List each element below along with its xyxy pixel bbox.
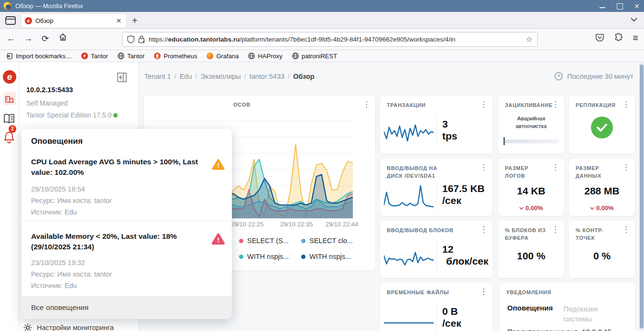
bookmark-haproxy[interactable]: HAProxy <box>248 53 282 60</box>
breadcrumb-tenant[interactable]: Tenant 1 <box>144 73 171 80</box>
card-title: УВЕДОМЛЕНИЯ <box>506 289 602 297</box>
kebab-menu-icon[interactable]: ⋮ <box>480 288 488 296</box>
x-tick: 29/10 22:44 <box>326 221 359 228</box>
instance-address: 10.0.2.15:5433 <box>26 86 73 94</box>
back-button[interactable]: ← <box>7 33 15 43</box>
sidebar-collapse-icon[interactable] <box>117 73 127 82</box>
buffer-hit-value: 100 % <box>498 250 564 262</box>
home-button[interactable] <box>58 32 67 42</box>
tab-active[interactable]: e Обзор ✕ <box>21 14 126 28</box>
time-range-selector[interactable]: Последние 30 минут <box>554 72 633 81</box>
data-size-delta: 0.00% <box>569 204 635 212</box>
kebab-menu-icon[interactable]: ⋮ <box>622 100 630 108</box>
card-wraparound: ЗАЦИКЛИВАНИЕ ⋮ Аварийная автоочистка <box>498 96 564 154</box>
legend-item[interactable]: SELECT clo... <box>301 237 353 245</box>
docs-book-icon[interactable] <box>3 113 16 127</box>
kebab-menu-icon[interactable]: ⋮ <box>551 225 559 234</box>
url-bar[interactable]: https://education.tantorlabs.ru/platform… <box>122 32 538 47</box>
minimize-button[interactable] <box>599 3 606 10</box>
alert-title: Available Memory < 20%, Last value: 18% … <box>31 231 203 252</box>
card-title: ВРЕМЕННЫЕ ФАЙЛЫ <box>387 289 463 297</box>
alert-resource: Ресурс: Имя хоста: tantor <box>31 270 112 278</box>
breadcrumb-workspace[interactable]: Edu <box>180 73 192 80</box>
temp-files-sparkline <box>384 310 434 331</box>
kebab-menu-icon[interactable]: ⋮ <box>480 100 488 108</box>
replication-ok-check-icon <box>591 117 613 139</box>
kebab-menu-icon[interactable]: ⋮ <box>480 163 488 171</box>
extensions-puzzle-icon[interactable] <box>614 33 623 42</box>
lock-icon[interactable] <box>138 35 145 43</box>
breadcrumb-current-page: Обзор <box>293 73 315 80</box>
tab-close-icon[interactable]: ✕ <box>115 17 122 24</box>
warning-triangle-icon <box>212 159 225 171</box>
tab-strip: e Обзор ✕ + <box>0 12 644 29</box>
reload-button[interactable]: ⟳ <box>42 33 49 44</box>
monitoring-settings-label: Настройки мониторинга <box>37 324 114 331</box>
tantor-favicon-icon: e <box>25 17 32 24</box>
kebab-menu-icon[interactable]: ⋮ <box>551 163 559 171</box>
close-button[interactable]: ✕ <box>633 3 640 10</box>
scrollbar-thumb[interactable] <box>640 64 644 329</box>
card-notifications: УВЕДОМЛЕНИЯ Оповещения Подсказки системы… <box>500 283 635 331</box>
monitoring-settings-item[interactable]: Настройки мониторинга <box>23 323 114 331</box>
bookmark-prometheus[interactable]: Prometheus <box>154 53 197 60</box>
all-alerts-link[interactable]: Все оповещения <box>22 296 232 319</box>
new-tab-button[interactable]: + <box>132 16 138 25</box>
wraparound-label: Аварийная автоочистка <box>503 115 559 130</box>
card-title: % БЛОКОВ ИЗ БУФЕРА <box>505 227 550 242</box>
kebab-menu-icon[interactable]: ⋮ <box>480 225 488 234</box>
temp-files-value: 0 В/сек <box>442 305 461 329</box>
card-title: ТРАНЗАКЦИИ <box>387 102 463 109</box>
wraparound-progress-marker <box>503 137 505 145</box>
forward-button[interactable]: → <box>24 33 33 43</box>
card-title: РАЗМЕР ДАННЫХ <box>576 165 621 180</box>
legend-item[interactable]: WITH nspjs... <box>301 253 351 260</box>
window-title: Обзор — Mozilla Firefox <box>15 2 83 10</box>
nav-toolbar: ← → ⟳ https://education.tantorlabs.ru/pl… <box>0 29 644 50</box>
shield-icon[interactable] <box>127 35 134 43</box>
alert-time: 23/10/2025 19:32 <box>31 259 85 267</box>
breadcrumb-instance[interactable]: tantor:5433 <box>250 73 284 80</box>
url-text[interactable]: https://education.tantorlabs.ru/platform… <box>149 36 526 43</box>
legend-label: SELECT clo... <box>309 237 353 245</box>
legend-label: WITH nspjs... <box>247 253 289 260</box>
legend-item[interactable]: WITH nspjs... <box>239 253 289 260</box>
tantor-logo[interactable]: e <box>3 70 16 84</box>
block-io-sparkline <box>384 244 434 270</box>
block-io-value: 12блок/сек <box>442 243 489 267</box>
bookmark-import[interactable]: Import bookmarks… <box>6 53 72 60</box>
legend-item[interactable]: SELECT (S... <box>239 237 289 245</box>
legend-dot-icon <box>239 255 243 259</box>
breadcrumb-instances[interactable]: Экземпляры <box>201 73 241 80</box>
bookmark-star-icon[interactable]: ☆ <box>526 35 533 44</box>
kebab-menu-icon[interactable]: ⋮ <box>362 100 371 108</box>
legend-label: SELECT (S... <box>247 237 289 245</box>
menu-hamburger-icon[interactable]: ≡ <box>633 33 638 42</box>
alerts-bell-icon[interactable] <box>3 130 16 144</box>
bookmark-tantor-2[interactable]: Tantor <box>118 53 144 60</box>
kebab-menu-icon[interactable]: ⋮ <box>551 100 559 108</box>
kebab-menu-icon[interactable]: ⋮ <box>622 225 630 234</box>
data-size-value: 288 MB <box>569 185 635 197</box>
globe-icon <box>292 53 299 59</box>
organization-building-icon[interactable] <box>3 92 16 105</box>
x-tick: 29/10 22:25 <box>231 221 264 228</box>
kebab-menu-icon[interactable]: ⋮ <box>622 163 630 171</box>
pocket-icon[interactable] <box>595 33 604 42</box>
bookmark-tantor-1[interactable]: e Tantor <box>81 53 108 60</box>
tab-alerts[interactable]: Оповещения <box>507 304 553 324</box>
bookmark-patronirest[interactable]: patroniREST <box>292 53 337 60</box>
list-tabs-chevron-icon[interactable] <box>631 18 637 22</box>
alerts-popup: Оповещения CPU Load Average AVG 5 minute… <box>22 129 232 319</box>
tab-system-hints[interactable]: Подсказки системы <box>563 304 611 324</box>
edition-status-dot <box>113 113 118 117</box>
maximize-button[interactable] <box>616 3 623 10</box>
tab-manager-icon[interactable] <box>5 15 16 26</box>
x-tick: 29/10 22:35 <box>280 221 313 228</box>
bookmark-grafana[interactable]: Grafana <box>207 53 239 60</box>
card-data-size: РАЗМЕР ДАННЫХ ⋮ 288 MB 0.00% <box>569 159 635 216</box>
card-transactions: ТРАНЗАКЦИИ ⋮ 3tps <box>380 96 492 154</box>
legend-dot-icon <box>301 255 306 259</box>
card-title: ВВОД/ВЫВОД БЛОКОВ <box>387 227 463 235</box>
card-checkpoints: % КОНТР. ТОЧЕК ⋮ 0 % <box>569 221 635 278</box>
